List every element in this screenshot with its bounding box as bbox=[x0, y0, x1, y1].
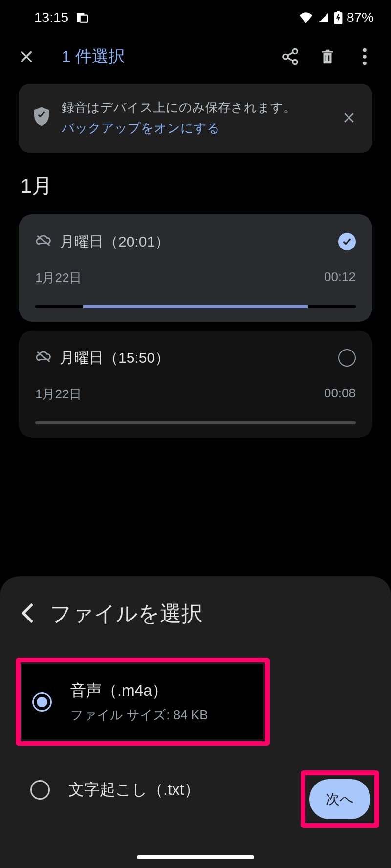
checkmark-icon[interactable] bbox=[338, 233, 356, 250]
more-icon[interactable] bbox=[353, 45, 376, 68]
svg-point-7 bbox=[363, 48, 367, 52]
annotation-highlight: 音声（.m4a） ファイル サイズ: 84 KB bbox=[16, 658, 270, 746]
shield-icon bbox=[32, 106, 51, 129]
month-header: 1月 bbox=[0, 167, 391, 214]
battery-icon bbox=[334, 11, 343, 24]
backup-banner: 録音はデバイス上にのみ保存されます。 バックアップをオンにする bbox=[19, 84, 372, 153]
sheet-title: ファイルを選択 bbox=[50, 599, 203, 628]
app-bar: 1 件選択 bbox=[0, 35, 391, 78]
cloud-off-icon bbox=[35, 350, 52, 366]
radio-unselected[interactable] bbox=[30, 780, 50, 800]
svg-point-8 bbox=[363, 55, 367, 59]
svg-rect-1 bbox=[80, 15, 87, 22]
delete-icon[interactable] bbox=[316, 45, 339, 68]
selection-circle[interactable] bbox=[338, 349, 356, 367]
recording-item[interactable]: 月曜日（15:50） 1月22日 00:08 bbox=[19, 331, 372, 438]
progress-bar[interactable] bbox=[35, 305, 356, 308]
wifi-icon bbox=[299, 12, 313, 23]
svg-point-5 bbox=[283, 54, 288, 59]
svg-rect-3 bbox=[337, 11, 340, 13]
back-icon[interactable] bbox=[21, 602, 35, 626]
recording-title: 月曜日（20:01） bbox=[60, 232, 330, 252]
banner-close-icon[interactable] bbox=[337, 106, 361, 129]
close-icon[interactable] bbox=[15, 45, 38, 68]
recording-date: 1月22日 bbox=[35, 386, 82, 403]
backup-link[interactable]: バックアップをオンにする bbox=[62, 118, 326, 138]
progress-bar[interactable] bbox=[35, 421, 356, 424]
share-icon[interactable] bbox=[279, 45, 302, 68]
status-time: 13:15 bbox=[34, 10, 68, 25]
recording-duration: 00:08 bbox=[324, 386, 356, 403]
screen-record-icon bbox=[75, 11, 88, 24]
option-subtitle: ファイル サイズ: 84 KB bbox=[70, 706, 253, 723]
selection-count: 1 件選択 bbox=[62, 45, 265, 68]
signal-icon bbox=[317, 12, 330, 23]
recording-title: 月曜日（15:50） bbox=[60, 348, 330, 368]
next-button[interactable]: 次へ bbox=[309, 779, 370, 819]
radio-selected[interactable] bbox=[32, 692, 52, 712]
svg-point-4 bbox=[293, 49, 298, 54]
battery-percent: 87% bbox=[347, 10, 374, 25]
file-select-sheet: ファイルを選択 音声（.m4a） ファイル サイズ: 84 KB 文字起こし（.… bbox=[0, 576, 391, 868]
option-title: 音声（.m4a） bbox=[70, 680, 253, 702]
cloud-off-icon bbox=[35, 234, 52, 249]
recording-duration: 00:12 bbox=[324, 269, 356, 287]
svg-point-9 bbox=[363, 62, 367, 65]
annotation-highlight: 次へ bbox=[301, 770, 379, 828]
status-bar: 13:15 87% bbox=[0, 0, 391, 35]
recording-date: 1月22日 bbox=[35, 269, 82, 287]
gesture-bar[interactable] bbox=[137, 855, 254, 859]
recording-item[interactable]: 月曜日（20:01） 1月22日 00:12 bbox=[19, 214, 372, 322]
option-audio[interactable]: 音声（.m4a） ファイル サイズ: 84 KB bbox=[22, 664, 263, 739]
banner-message: 録音はデバイス上にのみ保存されます。 bbox=[62, 100, 296, 115]
svg-point-6 bbox=[293, 60, 298, 64]
